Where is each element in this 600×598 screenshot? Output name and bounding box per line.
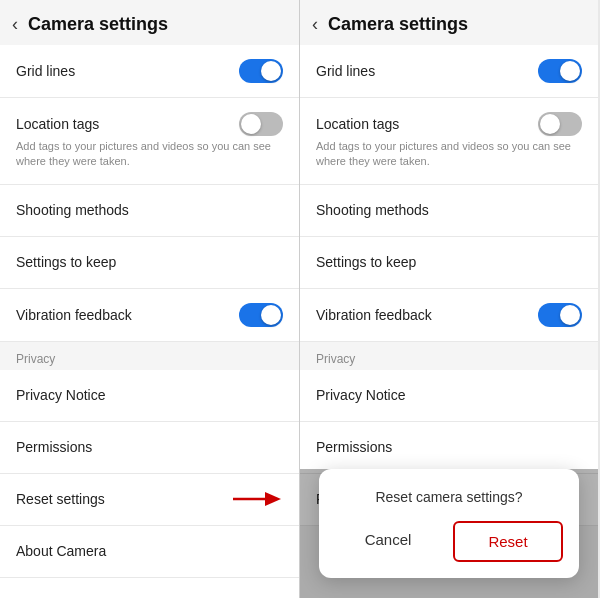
left-reset-settings-item[interactable]: Reset settings (0, 474, 299, 526)
right-grid-lines-item[interactable]: Grid lines (300, 45, 598, 98)
left-panel: ‹ Camera settings Grid lines Location ta… (0, 0, 299, 598)
right-vibration-feedback-label: Vibration feedback (316, 307, 432, 323)
right-privacy-notice-item[interactable]: Privacy Notice (300, 370, 598, 422)
right-location-tags-item[interactable]: Location tags Add tags to your pictures … (300, 98, 598, 185)
right-vibration-feedback-knob (560, 305, 580, 325)
left-vibration-feedback-label: Vibration feedback (16, 307, 132, 323)
reset-dialog: Reset camera settings? Cancel Reset (319, 469, 579, 578)
left-settings-to-keep-item[interactable]: Settings to keep (0, 237, 299, 289)
dialog-overlay: Reset camera settings? Cancel Reset (300, 469, 598, 598)
left-contact-us-item[interactable]: Contact us (0, 578, 299, 598)
left-header: ‹ Camera settings (0, 0, 299, 45)
left-vibration-feedback-item[interactable]: Vibration feedback (0, 289, 299, 342)
right-settings-to-keep-label: Settings to keep (316, 254, 416, 270)
dialog-title: Reset camera settings? (335, 489, 563, 505)
left-reset-settings-label: Reset settings (16, 491, 105, 507)
left-settings-to-keep-label: Settings to keep (16, 254, 116, 270)
left-grid-lines-label: Grid lines (16, 63, 75, 79)
right-shooting-methods-label: Shooting methods (316, 202, 429, 218)
left-permissions-label: Permissions (16, 439, 92, 455)
right-grid-lines-toggle[interactable] (538, 59, 582, 83)
left-grid-lines-knob (261, 61, 281, 81)
right-header: ‹ Camera settings (300, 0, 598, 45)
right-privacy-section-header: Privacy (300, 342, 598, 370)
svg-marker-1 (265, 492, 281, 506)
right-back-button[interactable]: ‹ (312, 14, 318, 35)
right-vibration-feedback-item[interactable]: Vibration feedback (300, 289, 598, 342)
left-privacy-notice-label: Privacy Notice (16, 387, 105, 403)
left-reset-arrow (231, 488, 283, 510)
left-grid-lines-toggle[interactable] (239, 59, 283, 83)
right-settings-to-keep-item[interactable]: Settings to keep (300, 237, 598, 289)
left-grid-lines-item[interactable]: Grid lines (0, 45, 299, 98)
left-privacy-notice-item[interactable]: Privacy Notice (0, 370, 299, 422)
right-location-tags-knob (540, 114, 560, 134)
left-location-tags-knob (241, 114, 261, 134)
right-permissions-item[interactable]: Permissions (300, 422, 598, 474)
left-location-tags-toggle[interactable] (239, 112, 283, 136)
left-location-tags-item[interactable]: Location tags Add tags to your pictures … (0, 98, 299, 185)
right-privacy-notice-label: Privacy Notice (316, 387, 405, 403)
cancel-button[interactable]: Cancel (335, 521, 441, 562)
right-location-tags-label: Location tags (316, 116, 399, 132)
left-vibration-feedback-toggle[interactable] (239, 303, 283, 327)
left-settings-list: Grid lines Location tags Add tags to you… (0, 45, 299, 598)
right-shooting-methods-item[interactable]: Shooting methods (300, 185, 598, 237)
right-permissions-label: Permissions (316, 439, 392, 455)
right-location-tags-toggle[interactable] (538, 112, 582, 136)
right-panel: ‹ Camera settings Grid lines Location ta… (299, 0, 598, 598)
left-location-tags-label: Location tags (16, 116, 99, 132)
left-about-camera-label: About Camera (16, 543, 106, 559)
left-back-button[interactable]: ‹ (12, 14, 18, 35)
right-vibration-feedback-toggle[interactable] (538, 303, 582, 327)
left-vibration-feedback-knob (261, 305, 281, 325)
right-location-tags-desc: Add tags to your pictures and videos so … (316, 139, 582, 170)
left-title: Camera settings (28, 14, 168, 35)
reset-button[interactable]: Reset (453, 521, 563, 562)
left-privacy-section-header: Privacy (0, 342, 299, 370)
left-shooting-methods-item[interactable]: Shooting methods (0, 185, 299, 237)
left-permissions-item[interactable]: Permissions (0, 422, 299, 474)
right-grid-lines-knob (560, 61, 580, 81)
dialog-buttons: Cancel Reset (335, 521, 563, 562)
left-location-tags-desc: Add tags to your pictures and videos so … (16, 139, 283, 170)
left-about-camera-item[interactable]: About Camera (0, 526, 299, 578)
right-grid-lines-label: Grid lines (316, 63, 375, 79)
left-shooting-methods-label: Shooting methods (16, 202, 129, 218)
right-title: Camera settings (328, 14, 468, 35)
